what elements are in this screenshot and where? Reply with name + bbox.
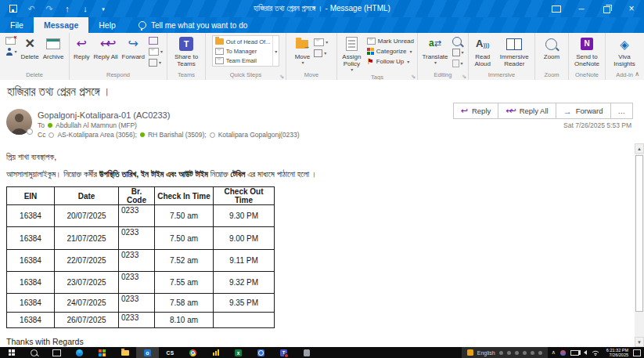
tray-app-icon[interactable] [560,350,566,356]
task-view-button[interactable] [45,347,68,358]
language-tool-icon[interactable] [515,351,519,355]
tell-me-box[interactable]: Tell me what you want to do [139,17,247,33]
tab-message[interactable]: Message [34,17,88,33]
edge-icon [76,349,83,356]
actions-button[interactable] [314,49,328,57]
dialog-launcher-icon[interactable]: ⇘ [462,74,466,79]
taskbar-file-explorer[interactable] [113,347,136,358]
start-button[interactable] [0,347,23,358]
group-label-editing: Editing [418,71,468,80]
scroll-down-button[interactable]: ▼ [635,337,644,347]
categorize-button[interactable]: Categorize [367,46,414,56]
ribbon-display-options-button[interactable] [544,0,569,17]
header-reply-button[interactable]: ↩Reply [453,103,499,119]
header-reply-all-button[interactable]: ↩↩Reply All [498,103,556,119]
taskbar-cs-app[interactable]: CS [159,347,182,358]
previous-item-button[interactable]: ↑ [62,3,73,14]
cc-recipient[interactable]: Kotalipara Gopalgonj(0233) [218,131,300,139]
group-teams: T Share to Teams Teams [167,33,206,80]
language-tool-icon[interactable] [531,351,534,355]
vertical-scrollbar[interactable]: ▲ ▼ [635,143,644,347]
quick-step-out-of-head-of[interactable]: Out of Head Of... [215,37,271,46]
share-to-teams-button[interactable]: T Share to Teams [169,35,203,67]
quick-steps-more-button[interactable]: ▾ [272,36,279,66]
ignore-button[interactable]: × [5,36,17,45]
forward-button[interactable]: ↪ Forward [121,35,146,60]
tray-chevron-up-icon[interactable]: ∧ [552,349,556,356]
junk-button[interactable] [5,47,17,56]
viva-insights-button[interactable]: ◈ Viva Insights [607,35,642,67]
related-button[interactable] [452,48,464,56]
taskbar-clock[interactable]: 6:21:32 PM 7/26/2025 [603,347,631,358]
zoom-button[interactable]: Zoom [542,35,561,60]
save-button[interactable] [8,3,19,14]
minimize-button[interactable]: ─ [569,0,594,17]
taskbar-app[interactable] [250,347,272,358]
assign-policy-button[interactable]: Assign Policy [339,35,365,73]
select-button[interactable] [452,59,464,67]
header-forward-button[interactable]: →Forward [556,103,611,119]
language-tool-icon[interactable] [499,351,503,355]
close-button[interactable]: × [619,0,644,17]
volume-icon[interactable] [584,350,587,355]
cc-recipient[interactable]: AS-Kotalipara Area (3056); [57,131,137,139]
scrollbar-thumb[interactable] [635,155,643,312]
reply-all-button[interactable]: ↩↩ Reply All [92,35,119,60]
cc-recipient[interactable]: RH Barishal (3509); [148,131,207,139]
to-recipient[interactable]: Abdullah Al Mamnun (MFP) [56,121,137,129]
tab-file[interactable]: File [0,17,34,33]
taskbar-phone-app[interactable] [295,347,318,358]
language-tool-icon[interactable] [507,351,511,355]
undo-button[interactable]: ↶ [26,3,37,14]
tab-help[interactable]: Help [88,17,126,33]
translate-button[interactable]: a⇄ Translate [420,35,449,66]
select-cursor-icon [452,60,459,67]
ignore-icon: × [5,37,16,45]
closing-text: Thanks with Regards [6,337,84,346]
scroll-up-button[interactable]: ▲ [635,143,644,154]
collapse-ribbon-button[interactable]: ∧ [635,71,639,78]
dialog-launcher-icon[interactable]: ⇘ [279,74,284,79]
taskbar-chrome[interactable] [182,347,204,358]
follow-up-button[interactable]: ⚑Follow Up [367,56,414,66]
sender-name[interactable]: Gopalgonj-Kotalipara-01 (AC0233) [38,110,170,120]
dialog-launcher-icon[interactable]: ⇘ [411,74,416,79]
taskbar-edge[interactable] [68,347,91,358]
archive-button[interactable]: Archive [41,35,66,60]
redo-button[interactable]: ↷ [44,3,55,14]
customize-qat-button[interactable]: ▾ [98,3,109,14]
taskbar-teams[interactable]: T [272,347,295,358]
respond-im-button[interactable] [149,47,163,56]
mark-unread-button[interactable]: Mark Unread [367,36,414,45]
delete-button[interactable]: ✕ Delete [20,35,41,60]
table-row: 1638424/07/202502337.58 am9.35 PM [7,294,275,313]
find-button[interactable] [452,37,464,45]
rules-button[interactable] [314,38,328,46]
taskbar-power-bi[interactable] [204,347,227,358]
language-tool-icon[interactable] [538,351,542,355]
respond-more-button[interactable] [149,58,163,67]
read-aloud-button[interactable]: A))) Read Aloud [470,35,495,67]
language-bar[interactable]: English [462,347,548,358]
taskbar-excel[interactable]: x [227,347,250,358]
restore-button[interactable] [594,0,619,17]
header-more-actions-button[interactable]: … [610,103,634,119]
immersive-reader-button[interactable]: Immersive Reader [496,35,533,67]
body-text: আসসালামুয়ালাইকুম। নিম্নোক্ত কর্মীর [6,169,99,179]
send-to-onenote-button[interactable]: N Send to OneNote [570,35,603,67]
taskbar-office[interactable] [91,347,113,358]
move-button[interactable]: → Move [293,35,312,66]
taskbar-outlook[interactable]: o [136,347,159,358]
table-header-row: EIN Date Br. Code Check In Time Check Ou… [7,187,275,205]
meeting-button[interactable] [149,36,163,45]
language-tool-icon[interactable] [523,351,527,355]
quick-step-team-email[interactable]: Team Email [215,56,271,65]
reply-button[interactable]: ↩ Reply [72,35,91,60]
quick-step-to-manager[interactable]: To Manager [215,46,271,56]
taskbar-search-button[interactable] [23,347,45,358]
search-icon [452,37,462,46]
next-item-button[interactable]: ↓ [80,3,91,14]
translate-icon: a⇄ [429,38,441,49]
action-center-icon[interactable] [633,349,641,356]
wifi-icon[interactable] [592,349,599,356]
